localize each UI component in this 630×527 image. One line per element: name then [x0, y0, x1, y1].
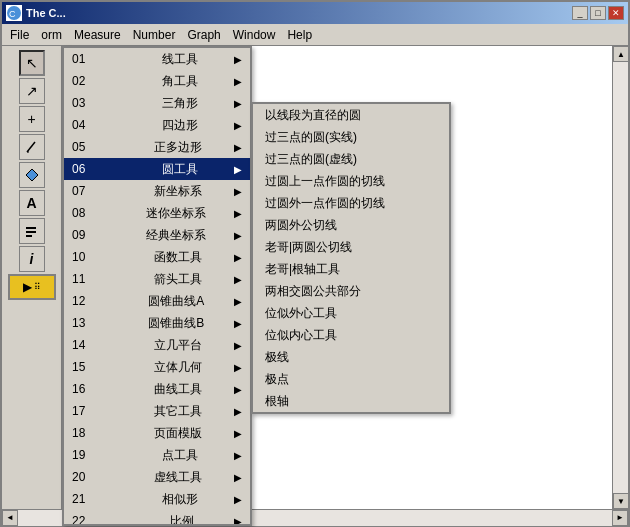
- circle-submenu-item-6[interactable]: 两圆外公切线: [253, 214, 449, 236]
- maximize-button[interactable]: □: [590, 6, 606, 20]
- menu-item-01[interactable]: 01 线工具 ▶: [64, 48, 250, 70]
- scroll-down-button[interactable]: ▼: [613, 493, 628, 509]
- arrow-icon: ▶: [234, 494, 242, 505]
- menu-file[interactable]: File: [4, 24, 35, 45]
- arrow-icon: ▶: [234, 98, 242, 109]
- arrow-icon: ▶: [234, 142, 242, 153]
- menu-item-09[interactable]: 09 经典坐标系 ▶: [64, 224, 250, 246]
- svg-marker-4: [26, 169, 38, 181]
- arrow-icon: ▶: [234, 230, 242, 241]
- circle-submenu-item-4[interactable]: 过圆上一点作圆的切线: [253, 170, 449, 192]
- menu-item-20[interactable]: 20 虚线工具 ▶: [64, 466, 250, 488]
- menu-item-12[interactable]: 12 圆锥曲线A ▶: [64, 290, 250, 312]
- menu-item-08[interactable]: 08 迷你坐标系 ▶: [64, 202, 250, 224]
- menu-item-13[interactable]: 13 圆锥曲线B ▶: [64, 312, 250, 334]
- arrow-icon: ▶: [234, 296, 242, 307]
- menu-item-07[interactable]: 07 新坐标系 ▶: [64, 180, 250, 202]
- circle-submenu-item-12[interactable]: 极线: [253, 346, 449, 368]
- circle-submenu-item-7[interactable]: 老哥|两圆公切线: [253, 236, 449, 258]
- scroll-right-button[interactable]: ►: [612, 510, 628, 526]
- arrow-icon: ▶: [234, 164, 242, 175]
- arrow-icon: ▶: [234, 208, 242, 219]
- circle-submenu-item-11[interactable]: 位似内心工具: [253, 324, 449, 346]
- circle-submenu-item-9[interactable]: 两相交圆公共部分: [253, 280, 449, 302]
- tool-edit[interactable]: [19, 218, 45, 244]
- svg-text:C: C: [9, 9, 16, 19]
- menu-item-18[interactable]: 18 页面模版 ▶: [64, 422, 250, 444]
- arrow-icon: ▶: [234, 252, 242, 263]
- tool-arrow2[interactable]: ↗: [19, 78, 45, 104]
- menu-item-06[interactable]: 06 圆工具 ▶: [64, 158, 250, 180]
- circle-submenu-item-13[interactable]: 极点: [253, 368, 449, 390]
- tool-point[interactable]: +: [19, 106, 45, 132]
- arrow-icon: ▶: [234, 186, 242, 197]
- tool-text[interactable]: A: [19, 190, 45, 216]
- tool-shape[interactable]: [19, 162, 45, 188]
- menu-graph[interactable]: Graph: [181, 24, 226, 45]
- menu-item-10[interactable]: 10 函数工具 ▶: [64, 246, 250, 268]
- circle-submenu-item-5[interactable]: 过圆外一点作圆的切线: [253, 192, 449, 214]
- circle-submenu[interactable]: 以线段为直径的圆 过三点的圆(实线) 过三点的圆(虚线) 过圆上一点作圆的切线 …: [251, 102, 451, 414]
- arrow-icon: ▶: [234, 428, 242, 439]
- main-window: C The C... _ □ ✕ File orm Measure Number…: [0, 0, 630, 527]
- menu-help[interactable]: Help: [281, 24, 318, 45]
- circle-submenu-item-2[interactable]: 过三点的圆(实线): [253, 126, 449, 148]
- left-sidebar: ↖ ↗ + A i ▶⠿: [2, 46, 62, 509]
- menu-number[interactable]: Number: [127, 24, 182, 45]
- tool-arrow[interactable]: ↖: [19, 50, 45, 76]
- app-icon: C: [6, 5, 22, 21]
- arrow-icon: ▶: [234, 340, 242, 351]
- close-button[interactable]: ✕: [608, 6, 624, 20]
- menu-bar: File orm Measure Number Graph Window Hel…: [2, 24, 628, 46]
- title-bar: C The C... _ □ ✕: [2, 2, 628, 24]
- menu-item-17[interactable]: 17 其它工具 ▶: [64, 400, 250, 422]
- scroll-track[interactable]: [613, 62, 628, 493]
- arrow-icon: ▶: [234, 76, 242, 87]
- menu-item-22[interactable]: 22 比例 ▶: [64, 510, 250, 526]
- tools-context-menu[interactable]: 01 线工具 ▶ 02 角工具 ▶ 03 三角形 ▶ 04 四边形 ▶ 05 正…: [62, 46, 252, 526]
- svg-rect-7: [26, 235, 32, 237]
- arrow-icon: ▶: [234, 472, 242, 483]
- menu-item-03[interactable]: 03 三角形 ▶: [64, 92, 250, 114]
- menu-item-02[interactable]: 02 角工具 ▶: [64, 70, 250, 92]
- arrow-icon: ▶: [234, 516, 242, 527]
- arrow-icon: ▶: [234, 274, 242, 285]
- window-title: The C...: [26, 7, 572, 19]
- svg-line-2: [27, 142, 35, 152]
- circle-submenu-item-14[interactable]: 根轴: [253, 390, 449, 412]
- arrow-icon: ▶: [234, 406, 242, 417]
- arrow-icon: ▶: [234, 318, 242, 329]
- arrow-icon: ▶: [234, 362, 242, 373]
- menu-measure[interactable]: Measure: [68, 24, 127, 45]
- menu-orm[interactable]: orm: [35, 24, 68, 45]
- menu-item-11[interactable]: 11 箭头工具 ▶: [64, 268, 250, 290]
- circle-submenu-item-10[interactable]: 位似外心工具: [253, 302, 449, 324]
- tool-play[interactable]: ▶⠿: [8, 274, 56, 300]
- window-controls: _ □ ✕: [572, 6, 624, 20]
- circle-submenu-item-8[interactable]: 老哥|根轴工具: [253, 258, 449, 280]
- menu-window[interactable]: Window: [227, 24, 282, 45]
- menu-item-05[interactable]: 05 正多边形 ▶: [64, 136, 250, 158]
- svg-rect-6: [26, 231, 36, 233]
- menu-item-15[interactable]: 15 立体几何 ▶: [64, 356, 250, 378]
- menu-item-19[interactable]: 19 点工具 ▶: [64, 444, 250, 466]
- arrow-icon: ▶: [234, 450, 242, 461]
- circle-submenu-item-3[interactable]: 过三点的圆(虚线): [253, 148, 449, 170]
- menu-item-14[interactable]: 14 立几平台 ▶: [64, 334, 250, 356]
- scroll-left-button[interactable]: ◄: [2, 510, 18, 526]
- minimize-button[interactable]: _: [572, 6, 588, 20]
- tool-info[interactable]: i: [19, 246, 45, 272]
- arrow-icon: ▶: [234, 384, 242, 395]
- vertical-scrollbar[interactable]: ▲ ▼: [612, 46, 628, 509]
- menu-item-21[interactable]: 21 相似形 ▶: [64, 488, 250, 510]
- menu-item-04[interactable]: 04 四边形 ▶: [64, 114, 250, 136]
- tool-pencil[interactable]: [19, 134, 45, 160]
- circle-submenu-item-1[interactable]: 以线段为直径的圆: [253, 104, 449, 126]
- menu-item-16[interactable]: 16 曲线工具 ▶: [64, 378, 250, 400]
- svg-rect-5: [26, 227, 36, 229]
- arrow-icon: ▶: [234, 54, 242, 65]
- arrow-icon: ▶: [234, 120, 242, 131]
- scroll-up-button[interactable]: ▲: [613, 46, 628, 62]
